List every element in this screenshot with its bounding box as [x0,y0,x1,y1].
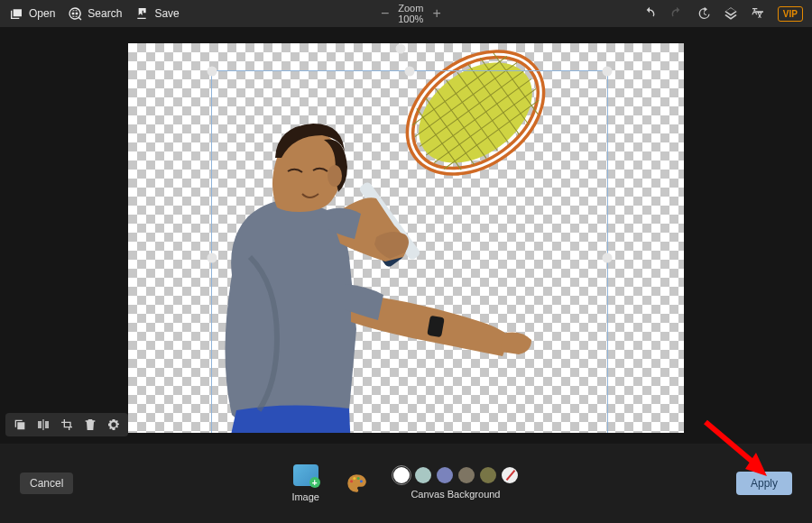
copy-icon[interactable] [13,417,27,432]
open-label: Open [29,7,55,20]
search-button[interactable]: Search [68,6,122,21]
swatch-row [393,467,518,483]
apply-button[interactable]: Apply [736,472,792,495]
save-icon [134,6,149,21]
zoom-control: − Zoom 100% + [381,3,441,24]
handle-top-center[interactable] [405,67,415,77]
zoom-value: 100% [398,14,423,24]
canvas[interactable] [128,43,684,433]
handle-top-right[interactable] [603,67,613,77]
globe-search-icon [68,6,82,21]
gear-icon[interactable] [106,417,121,432]
canvas-bg-option: Canvas Background [393,467,518,500]
undo-icon[interactable] [642,6,657,21]
bottom-bar: Cancel Image Canvas Background Apply [0,444,812,523]
crop-selection[interactable] [211,70,608,433]
image-option[interactable]: Image [291,464,319,502]
image-opt-label: Image [291,491,319,502]
image-add-icon [293,464,318,486]
top-toolbar: Open Search Save − Zoom 100% + VIP [0,0,812,27]
trash-icon[interactable] [83,417,97,432]
zoom-out-button[interactable]: − [381,5,389,22]
canvas-area [0,27,812,444]
toolbar-right: VIP [642,6,803,22]
history-icon[interactable] [697,6,711,21]
zoom-readout: Zoom 100% [398,3,423,24]
handle-top-left[interactable] [208,67,217,77]
canvas-options: Image Canvas Background [291,464,518,502]
vip-badge[interactable]: VIP [778,6,803,22]
search-label: Search [88,7,122,20]
palette-icon[interactable] [345,472,368,495]
toolbar-left: Open Search Save [9,6,180,21]
rotate-handle[interactable] [395,44,405,54]
redo-icon[interactable] [669,6,684,21]
crop-icon[interactable] [60,417,74,432]
toolbar-center: − Zoom 100% + [381,3,441,24]
zoom-in-button[interactable]: + [432,5,440,22]
cancel-button[interactable]: Cancel [20,473,73,494]
handle-mid-right[interactable] [603,252,613,262]
svg-point-23 [357,477,360,480]
canvas-bg-label: Canvas Background [411,489,500,500]
handle-mid-left[interactable] [208,252,217,262]
translate-icon[interactable] [751,6,765,21]
mini-tool-panel [5,413,128,436]
svg-point-22 [353,477,355,480]
open-icon [9,6,23,21]
svg-point-24 [360,480,363,482]
save-button[interactable]: Save [134,6,179,21]
swatch-teal[interactable] [415,467,431,483]
swatch-taupe[interactable] [458,467,475,483]
swatch-none[interactable] [502,467,518,483]
layers-icon[interactable] [724,6,738,21]
swatch-white[interactable] [393,467,410,483]
open-button[interactable]: Open [9,6,55,21]
flip-icon[interactable] [36,417,51,432]
zoom-label: Zoom [398,3,423,14]
svg-point-21 [350,480,353,482]
swatch-olive[interactable] [480,467,496,483]
swatch-violet[interactable] [437,467,453,483]
save-label: Save [154,7,179,20]
